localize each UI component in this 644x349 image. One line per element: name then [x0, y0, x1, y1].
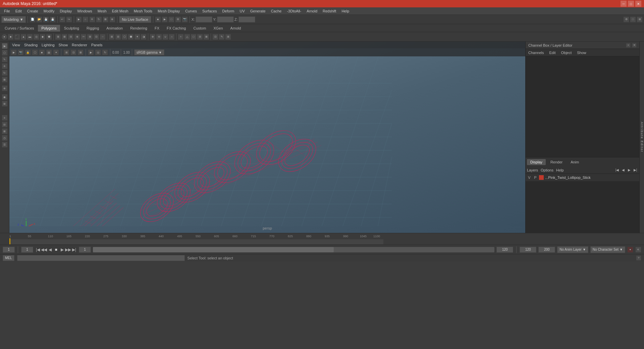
- settings-icon-right[interactable]: ⚙: [623, 16, 629, 22]
- menu-create[interactable]: Create: [24, 8, 41, 14]
- ipr-icon[interactable]: ▶: [162, 16, 168, 22]
- menu-mesh[interactable]: Mesh: [95, 8, 109, 14]
- sphere-icon[interactable]: ●: [1, 34, 7, 40]
- help-line-icon[interactable]: ?: [636, 255, 641, 261]
- save-file-icon[interactable]: 💾: [43, 16, 49, 22]
- save-scene-icon[interactable]: 💾: [50, 16, 56, 22]
- lasso-tool-icon[interactable]: ⬡: [2, 50, 8, 56]
- layer-playback[interactable]: P: [533, 176, 538, 180]
- range-end-input[interactable]: [496, 247, 513, 253]
- view-icon-right[interactable]: □: [630, 16, 636, 22]
- layer-btn2[interactable]: ◀: [621, 167, 626, 173]
- mel-python-toggle[interactable]: MEL: [3, 255, 14, 261]
- tab-fx-caching[interactable]: FX Caching: [163, 25, 189, 32]
- dt-tab-display[interactable]: Display: [527, 159, 546, 165]
- triangulate-icon[interactable]: △: [184, 34, 190, 40]
- vp-menu-show[interactable]: Show: [59, 43, 68, 47]
- dt-tab-render[interactable]: Render: [547, 159, 566, 165]
- collapse-icon[interactable]: ⊟: [115, 34, 121, 40]
- step-back-button[interactable]: ◀◀: [41, 247, 47, 252]
- extrude-icon[interactable]: ⊞: [55, 34, 61, 40]
- layers-tab-options[interactable]: Options: [541, 168, 553, 172]
- skip-back-button[interactable]: |◀: [35, 247, 41, 252]
- separate-icon[interactable]: ⊖: [156, 34, 162, 40]
- vp-light-icon[interactable]: ✦: [53, 49, 59, 55]
- layout-icon-right[interactable]: ⊞: [637, 16, 643, 22]
- wedge-icon[interactable]: ◑: [141, 34, 147, 40]
- layer-visibility[interactable]: V: [527, 176, 532, 180]
- torus-icon[interactable]: ◎: [33, 34, 39, 40]
- tab-arnold[interactable]: Arnold: [227, 25, 245, 32]
- vp-menu-view[interactable]: View: [12, 43, 20, 47]
- cb-tab-edit[interactable]: Edit: [548, 50, 557, 55]
- vp-texture-icon[interactable]: ▤: [46, 49, 52, 55]
- z-input[interactable]: [238, 16, 255, 22]
- viewport[interactable]: View Shading Lighting Show Renderer Pane…: [9, 42, 525, 233]
- paint-select-icon[interactable]: ✎: [219, 34, 225, 40]
- layers-tab-layers[interactable]: Layers: [527, 168, 538, 172]
- quadrangulate-icon[interactable]: □: [191, 34, 197, 40]
- show-manipulator-icon[interactable]: ⊕: [2, 85, 8, 91]
- frame-range-end2[interactable]: [538, 247, 555, 253]
- rotate-icon[interactable]: ↻: [96, 16, 102, 22]
- anim-layer-icon[interactable]: ◷: [2, 135, 8, 141]
- move-tool-icon[interactable]: ✛: [2, 63, 8, 69]
- select-tool-icon[interactable]: ▶: [2, 43, 8, 49]
- new-file-icon[interactable]: 📄: [30, 16, 36, 22]
- tab-custom[interactable]: Custom: [190, 25, 210, 32]
- offset-edge-loop-icon[interactable]: ⊡: [93, 34, 99, 40]
- menu-mesh-tools[interactable]: Mesh Tools: [131, 8, 155, 14]
- dt-tab-anim[interactable]: Anim: [567, 159, 582, 165]
- menu-mesh-display[interactable]: Mesh Display: [155, 8, 182, 14]
- y-input[interactable]: [217, 16, 234, 22]
- attribute-editor-tab[interactable]: Attribute Editor: [639, 42, 644, 233]
- timeline-range[interactable]: [93, 247, 494, 252]
- layers-icon[interactable]: ≡: [2, 115, 8, 121]
- layer-item[interactable]: V P ...Pink_Twist_Lollipop_Stick: [526, 174, 639, 181]
- vp-fx-icon[interactable]: ◎: [95, 49, 101, 55]
- vp-menu-renderer[interactable]: Renderer: [72, 43, 87, 47]
- camera-icon[interactable]: 📷: [182, 16, 188, 22]
- smooth-icon[interactable]: ≈: [178, 34, 184, 40]
- render-icon[interactable]: ■: [155, 16, 161, 22]
- close-button[interactable]: ✕: [635, 1, 641, 7]
- vp-menu-lighting[interactable]: Lighting: [42, 43, 55, 47]
- select-constraint-icon[interactable]: ⊡: [212, 34, 218, 40]
- cb-tab-object[interactable]: Object: [559, 50, 573, 55]
- vp-camera-icon[interactable]: 📷: [18, 49, 24, 55]
- range-start-input[interactable]: [79, 247, 91, 253]
- bridge-icon[interactable]: ⊠: [61, 34, 67, 40]
- key-icon[interactable]: K: [635, 247, 641, 253]
- cube-icon[interactable]: ■: [8, 34, 14, 40]
- menu-edit-mesh[interactable]: Edit Mesh: [109, 8, 131, 14]
- slide-edge-icon[interactable]: ↔: [100, 34, 106, 40]
- menu-deform[interactable]: Deform: [219, 8, 237, 14]
- menu-cache[interactable]: Cache: [268, 8, 284, 14]
- menu-modify[interactable]: Modify: [41, 8, 57, 14]
- redo-icon[interactable]: ↪: [66, 16, 72, 22]
- workspace-dropdown[interactable]: Modeling ▼: [1, 16, 26, 23]
- insert-edge-loop-icon[interactable]: ⊞: [87, 34, 93, 40]
- lasso-icon[interactable]: ○: [83, 16, 89, 22]
- reduce-icon[interactable]: ⊟: [197, 34, 203, 40]
- display-layer-icon[interactable]: ⊟: [2, 121, 8, 128]
- vp-select-icon[interactable]: ▶: [11, 49, 17, 55]
- channel-box-close-icon[interactable]: ✕: [632, 43, 637, 48]
- move-icon[interactable]: ✛: [89, 16, 95, 22]
- menu-redshift[interactable]: Redshift: [320, 8, 339, 14]
- current-frame-input[interactable]: [3, 247, 15, 253]
- menu-3dtoall[interactable]: -3DtoAll-: [284, 8, 304, 14]
- cylinder-icon[interactable]: ⬛: [14, 34, 20, 40]
- transform-icon[interactable]: ⊕: [109, 16, 115, 22]
- bevel-icon[interactable]: ⬡: [121, 34, 127, 40]
- rotate-tool-icon[interactable]: ↻: [2, 70, 8, 76]
- vp-solid-icon[interactable]: ■: [39, 49, 45, 55]
- track-icon[interactable]: ☰: [2, 142, 8, 148]
- vp-playback-icon[interactable]: ▶: [88, 49, 94, 55]
- layers-tab-help[interactable]: Help: [556, 168, 564, 172]
- menu-generate[interactable]: Generate: [248, 8, 268, 14]
- tab-rigging[interactable]: Rigging: [83, 25, 102, 32]
- vp-grid-icon[interactable]: ⊞: [63, 49, 69, 55]
- vp-hud-icon[interactable]: ⊡: [70, 49, 76, 55]
- prism-icon[interactable]: ◆: [40, 34, 46, 40]
